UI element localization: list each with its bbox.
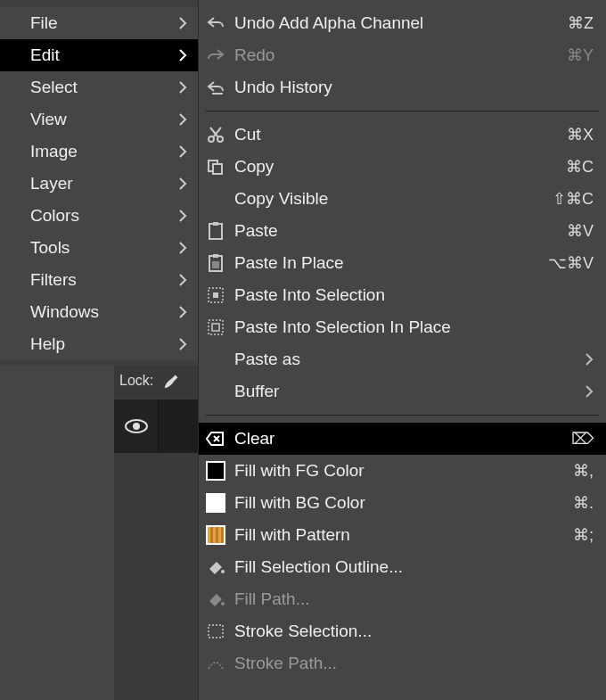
menubar-item-filters[interactable]: Filters: [0, 264, 198, 296]
clear-icon: [204, 428, 227, 449]
menu-item-stroke-path[interactable]: Stroke Path...: [199, 647, 606, 679]
redo-icon: [204, 45, 227, 66]
menu-item-fill-path[interactable]: Fill Path...: [199, 583, 606, 615]
blank-icon: [204, 188, 227, 210]
menubar-label: Image: [30, 142, 78, 161]
menu-item-label: Paste as: [234, 350, 577, 369]
chevron-right-icon: [178, 306, 187, 318]
menubar-item-layer[interactable]: Layer: [0, 168, 198, 200]
lock-label: Lock:: [119, 373, 153, 389]
menu-item-paste-as[interactable]: Paste as: [199, 343, 606, 375]
svg-rect-5: [213, 164, 222, 174]
menu-item-copy-visible[interactable]: Copy Visible ⇧⌘C: [199, 183, 606, 215]
menu-item-label: Paste: [234, 221, 560, 241]
menubar-item-file[interactable]: File: [0, 7, 198, 39]
chevron-right-icon: [585, 385, 594, 398]
layer-row[interactable]: [114, 399, 198, 453]
menu-item-label: Copy: [234, 157, 559, 177]
chevron-right-icon: [178, 210, 187, 222]
menubar-item-edit[interactable]: Edit: [0, 39, 198, 71]
brush-icon[interactable]: [162, 371, 182, 391]
menu-item-undo-history[interactable]: Undo History: [199, 71, 606, 103]
svg-rect-6: [209, 224, 222, 239]
menubar-label: Colors: [30, 206, 79, 226]
svg-rect-14: [212, 324, 219, 331]
menu-item-stroke-selection[interactable]: Stroke Selection...: [199, 615, 606, 647]
menubar-label: File: [30, 13, 58, 33]
bg-color-swatch-icon: [204, 492, 227, 514]
menu-item-fill-bg[interactable]: Fill with BG Color ⌘.: [199, 487, 606, 519]
visibility-toggle[interactable]: [114, 399, 159, 453]
blank-icon: [204, 349, 227, 370]
menu-item-shortcut: ⌘Y: [567, 45, 594, 65]
svg-rect-9: [213, 254, 218, 258]
lock-row: Lock:: [114, 366, 198, 396]
chevron-right-icon: [178, 242, 187, 254]
edit-submenu: Undo Add Alpha Channel ⌘Z Redo ⌘Y Undo H…: [198, 0, 606, 700]
menu-item-label: Redo: [234, 45, 560, 65]
chevron-right-icon: [178, 113, 187, 126]
chevron-right-icon: [178, 177, 187, 190]
menu-separator: [206, 111, 599, 111]
stroke-path-icon: [204, 653, 227, 674]
svg-rect-13: [209, 320, 223, 334]
menubar-item-image[interactable]: Image: [0, 136, 198, 168]
menu-item-label: Fill with FG Color: [234, 461, 566, 481]
menubar-label: Windows: [30, 302, 99, 322]
layer-thumbnail[interactable]: [159, 399, 198, 453]
menu-item-paste-into-selection-in-place[interactable]: Paste Into Selection In Place: [199, 311, 606, 343]
menu-item-cut[interactable]: Cut ⌘X: [199, 119, 606, 151]
menu-item-label: Fill Path...: [234, 589, 594, 609]
menubar-item-help[interactable]: Help: [0, 328, 198, 360]
paste-in-place-icon: [204, 252, 227, 274]
menu-item-fill-pattern[interactable]: Fill with Pattern ⌘;: [199, 519, 606, 551]
menu-item-label: Paste In Place: [234, 253, 541, 273]
menu-item-label: Cut: [234, 125, 560, 144]
menubar-item-view[interactable]: View: [0, 103, 198, 136]
chevron-right-icon: [178, 49, 187, 62]
menu-item-copy[interactable]: Copy ⌘C: [199, 151, 606, 183]
menu-item-fill-fg[interactable]: Fill with FG Color ⌘,: [199, 455, 606, 487]
menu-item-buffer[interactable]: Buffer: [199, 375, 606, 408]
menu-item-shortcut: ⇧⌘C: [553, 189, 594, 209]
menu-item-shortcut: ⌘V: [567, 221, 594, 241]
eye-icon: [124, 417, 149, 435]
menu-item-label: Undo History: [234, 78, 594, 97]
undo-icon: [204, 12, 227, 34]
menu-item-clear[interactable]: Clear ⌦: [199, 423, 606, 455]
menu-item-label: Paste Into Selection: [234, 285, 594, 305]
chevron-right-icon: [178, 145, 187, 158]
layers-panel: Lock:: [114, 366, 198, 700]
chevron-right-icon: [178, 274, 187, 286]
menu-item-label: Fill Selection Outline...: [234, 557, 594, 577]
menu-item-undo[interactable]: Undo Add Alpha Channel ⌘Z: [199, 7, 606, 39]
menubar-item-select[interactable]: Select: [0, 71, 198, 103]
menu-item-paste-into-selection[interactable]: Paste Into Selection: [199, 279, 606, 311]
menubar-item-tools[interactable]: Tools: [0, 232, 198, 264]
menu-item-redo[interactable]: Redo ⌘Y: [199, 39, 606, 71]
blank-icon: [204, 381, 227, 402]
paste-into-selection-in-place-icon: [204, 317, 227, 338]
menu-item-label: Fill with BG Color: [234, 493, 566, 513]
menu-item-paste[interactable]: Paste ⌘V: [199, 215, 606, 247]
left-panel-area: Lock:: [0, 366, 198, 700]
left-column: File Edit Select View Image: [0, 0, 198, 700]
bucket-icon: [204, 556, 227, 578]
menu-item-shortcut: ⌘.: [573, 493, 594, 513]
menu-item-label: Copy Visible: [234, 189, 545, 209]
menubar-item-colors[interactable]: Colors: [0, 200, 198, 232]
menubar-item-windows[interactable]: Windows: [0, 296, 198, 328]
menubar-label: Filters: [30, 270, 77, 290]
pattern-swatch-icon: [204, 524, 227, 546]
menu-item-fill-selection-outline[interactable]: Fill Selection Outline...: [199, 551, 606, 583]
svg-rect-17: [209, 625, 223, 638]
copy-icon: [204, 156, 227, 177]
menu-item-label: Stroke Path...: [234, 654, 594, 673]
menu-item-label: Clear: [234, 429, 564, 449]
chevron-right-icon: [178, 338, 187, 350]
menubar-label: Tools: [30, 238, 70, 258]
menu-item-label: Fill with Pattern: [234, 525, 566, 545]
menu-item-paste-in-place[interactable]: Paste In Place ⌥⌘V: [199, 247, 606, 279]
menu-item-label: Buffer: [234, 382, 577, 401]
menu-item-shortcut: ⌘X: [567, 125, 594, 144]
